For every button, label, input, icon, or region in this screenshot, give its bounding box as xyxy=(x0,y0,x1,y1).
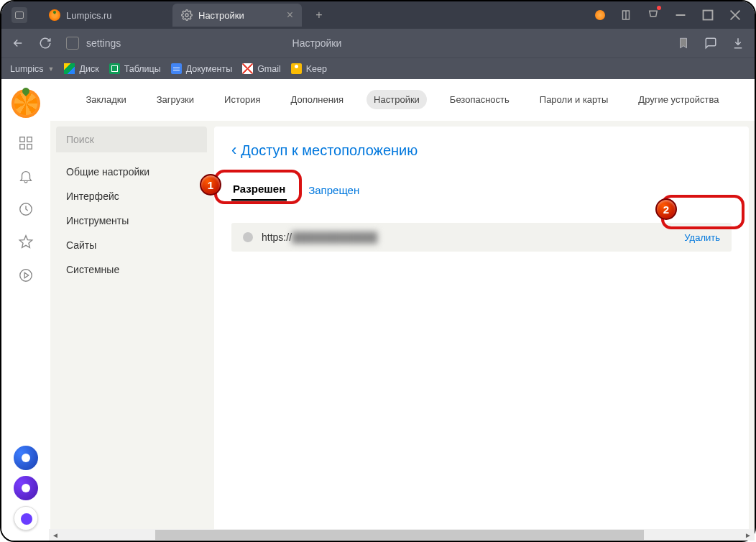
tab-settings[interactable]: Настройки × xyxy=(172,4,302,27)
tab-label: Lumpics.ru xyxy=(66,10,112,21)
minimize-button[interactable] xyxy=(674,9,687,22)
tab-overview-button[interactable] xyxy=(11,7,27,23)
star-icon[interactable] xyxy=(18,234,34,250)
scroll-right-arrow[interactable]: ► xyxy=(742,531,755,539)
tab-label: Настройки xyxy=(198,10,244,21)
scroll-left-arrow[interactable]: ◄ xyxy=(49,531,62,539)
app-alice[interactable] xyxy=(14,476,38,500)
site-favicon xyxy=(243,232,253,242)
panels-icon[interactable] xyxy=(18,135,34,151)
topnav-addons[interactable]: Дополнения xyxy=(283,90,351,109)
settings-search[interactable]: Поиск xyxy=(56,127,207,152)
bookmark-folder[interactable]: Lumpics▼ xyxy=(10,64,54,74)
annotation-badge-1: 1 xyxy=(200,174,221,196)
orange-icon xyxy=(49,9,60,21)
topnav-devices[interactable]: Другие устройства xyxy=(631,90,726,109)
topnav-downloads[interactable]: Загрузки xyxy=(149,90,201,109)
maximize-button[interactable] xyxy=(701,9,714,22)
toolbar: settings Настройки xyxy=(1,29,755,58)
chevron-left-icon: ‹ xyxy=(231,141,236,160)
svg-rect-6 xyxy=(27,137,32,142)
gmail-icon xyxy=(242,63,253,74)
app-messenger[interactable] xyxy=(14,446,38,470)
settings-content: ‹ Доступ к местоположению Разрешен Запре… xyxy=(214,127,749,541)
bookmark-gmail[interactable]: Gmail xyxy=(242,63,281,74)
titlebar: Lumpics.ru Настройки × + xyxy=(1,1,755,29)
history-icon[interactable] xyxy=(18,201,34,217)
topnav-settings[interactable]: Настройки xyxy=(367,90,427,109)
close-icon[interactable]: × xyxy=(287,9,293,22)
leftnav-interface[interactable]: Интерфейс xyxy=(56,184,207,208)
bookmark-keep[interactable]: Keep xyxy=(291,63,327,74)
topnav-history[interactable]: История xyxy=(217,90,267,109)
gear-icon xyxy=(181,9,193,21)
leftnav-tools[interactable]: Инструменты xyxy=(56,208,207,233)
reader-icon[interactable] xyxy=(619,9,632,22)
site-info-icon[interactable] xyxy=(66,37,79,50)
app-yandex[interactable] xyxy=(14,506,38,530)
settings-leftnav: Поиск Общие настройки Интерфейс Инструме… xyxy=(56,127,207,541)
back-button[interactable] xyxy=(11,37,24,50)
svg-point-10 xyxy=(20,270,32,282)
chevron-down-icon: ▼ xyxy=(48,65,55,73)
annotation-badge-2: 2 xyxy=(655,198,677,220)
bookmark-sheets[interactable]: Таблицы xyxy=(109,63,161,74)
feedback-icon[interactable] xyxy=(704,37,717,50)
leftnav-system[interactable]: Системные xyxy=(56,257,207,282)
sheets-icon xyxy=(109,63,120,74)
site-row[interactable]: https://████████████ Удалить xyxy=(231,223,732,252)
scroll-thumb[interactable] xyxy=(155,530,644,540)
tab-denied[interactable]: Запрещен xyxy=(307,180,361,201)
new-tab-button[interactable]: + xyxy=(310,6,328,24)
address-bar[interactable]: settings Настройки xyxy=(66,37,690,50)
bookmarks-bar: Lumpics▼ Диск Таблицы Документы Gmail Ke… xyxy=(1,58,755,79)
reload-button[interactable] xyxy=(39,37,52,50)
drive-icon xyxy=(64,63,75,74)
vertical-sidebar xyxy=(1,79,50,541)
profile-icon[interactable] xyxy=(595,10,605,20)
bell-icon[interactable] xyxy=(18,168,34,184)
svg-rect-8 xyxy=(27,144,32,149)
docs-icon xyxy=(171,63,182,74)
topnav-security[interactable]: Безопасность xyxy=(443,90,517,109)
keep-icon xyxy=(291,63,302,74)
horizontal-scrollbar[interactable]: ◄ ► xyxy=(49,529,755,541)
leftnav-general[interactable]: Общие настройки xyxy=(56,160,207,184)
svg-rect-2 xyxy=(704,11,713,20)
svg-point-0 xyxy=(185,14,188,17)
svg-rect-7 xyxy=(20,144,24,149)
notifications-icon[interactable] xyxy=(647,7,660,23)
tab-allowed[interactable]: Разрешен xyxy=(231,178,287,201)
url-text: settings xyxy=(86,37,121,49)
tab-lumpics[interactable]: Lumpics.ru xyxy=(40,4,170,27)
site-url: https://████████████ xyxy=(262,231,377,243)
leftnav-sites[interactable]: Сайты xyxy=(56,233,207,257)
settings-topnav: Закладки Загрузки История Дополнения Нас… xyxy=(50,79,755,121)
delete-site-button[interactable]: Удалить xyxy=(684,232,720,243)
topnav-passwords[interactable]: Пароли и карты xyxy=(533,90,616,109)
page-descriptor: Настройки xyxy=(292,37,342,49)
play-icon[interactable] xyxy=(18,267,34,283)
close-window-button[interactable] xyxy=(729,9,742,22)
topnav-bookmarks[interactable]: Закладки xyxy=(78,90,133,109)
bookmark-icon[interactable] xyxy=(677,37,690,50)
bookmark-docs[interactable]: Документы xyxy=(171,63,232,74)
svg-rect-5 xyxy=(20,137,24,142)
lumpics-logo[interactable] xyxy=(11,89,40,118)
bookmark-drive[interactable]: Диск xyxy=(64,63,98,74)
page-title-link[interactable]: ‹ Доступ к местоположению xyxy=(231,141,732,160)
downloads-icon[interactable] xyxy=(732,37,745,50)
